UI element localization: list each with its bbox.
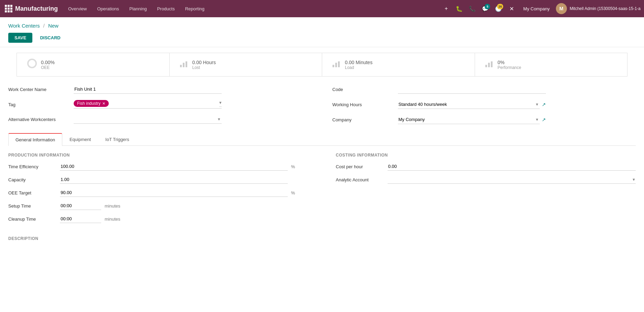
tag-dropdown-arrow: ▾ [219, 100, 222, 107]
alternative-workcenters-dropdown[interactable] [74, 115, 222, 123]
tab-columns: Production Information Time Efficiency %… [8, 153, 636, 228]
cost-per-hour-label: Cost per hour [336, 164, 384, 169]
form-columns: Work Center Name Tag Fish industry ✕ [8, 85, 636, 130]
save-button[interactable]: SAVE [8, 33, 32, 43]
breadcrumb: Work Centers / New [8, 23, 636, 29]
stat-load[interactable]: 0.00 Minutes Load [322, 53, 475, 76]
top-navigation: Manufacturing Overview Operations Planni… [0, 0, 644, 17]
discard-button[interactable]: DISCARD [35, 33, 65, 43]
working-hours-row: Working Hours Standard 40 hours/week ▾ ↗ [332, 100, 636, 109]
alternative-workcenters-select[interactable]: ▾ [74, 115, 222, 124]
app-logo[interactable]: Manufacturing [3, 5, 62, 12]
code-input[interactable] [398, 85, 546, 94]
stat-lost[interactable]: 0.00 Hours Lost [170, 53, 323, 76]
stat-performance[interactable]: 0% Performance [475, 53, 627, 76]
svg-rect-7 [338, 61, 340, 67]
tab-content-general: Production Information Time Efficiency %… [0, 146, 644, 253]
breadcrumb-parent[interactable]: Work Centers [8, 23, 40, 29]
lost-label: Lost [192, 65, 216, 70]
cleanup-time-label: Cleanup Time [8, 217, 56, 222]
svg-rect-8 [485, 65, 487, 67]
tag-field[interactable]: Fish industry ✕ ▾ [74, 100, 222, 109]
app-title: Manufacturing [15, 5, 58, 12]
work-center-name-input[interactable] [74, 85, 222, 94]
menu-reporting[interactable]: Reporting [180, 4, 209, 13]
lost-chart-icon [179, 59, 189, 70]
production-section-label: Production Information [8, 153, 308, 158]
form-left-col: Work Center Name Tag Fish industry ✕ [8, 85, 312, 130]
alternative-workcenters-row: Alternative Workcenters ▾ [8, 115, 312, 124]
svg-rect-10 [491, 61, 493, 67]
menu-products[interactable]: Products [152, 4, 179, 13]
load-chart-icon [332, 59, 341, 70]
menu-operations[interactable]: Operations [92, 4, 124, 13]
setup-time-input[interactable] [60, 202, 101, 210]
cleanup-time-unit: minutes [105, 217, 122, 222]
svg-point-0 [28, 59, 36, 68]
lost-value: 0.00 Hours [192, 60, 216, 65]
menu-overview[interactable]: Overview [63, 4, 92, 13]
cleanup-time-input[interactable] [60, 215, 101, 223]
cost-per-hour-input[interactable] [388, 162, 636, 171]
svg-rect-9 [488, 63, 490, 67]
company-row: Company My Company ▾ ↗ [332, 115, 636, 124]
main-form: Work Center Name Tag Fish industry ✕ [0, 77, 644, 130]
production-col: Production Information Time Efficiency %… [8, 153, 308, 228]
tab-general-information[interactable]: General Information [8, 133, 62, 146]
svg-rect-4 [186, 61, 187, 67]
working-hours-external-link[interactable]: ↗ [542, 102, 546, 107]
time-efficiency-label: Time Efficiency [8, 164, 56, 169]
tag-text: Fish industry [77, 101, 101, 106]
debug-icon[interactable]: 🐛 [454, 3, 465, 14]
company-name: My Company [519, 6, 554, 11]
stat-oee[interactable]: 0.00% OEE [17, 53, 170, 76]
working-hours-select[interactable]: Standard 40 hours/week ▾ [398, 100, 540, 109]
activity-button[interactable]: 🕐 26 [493, 3, 504, 14]
tag-remove-icon[interactable]: ✕ [102, 101, 105, 106]
capacity-input[interactable] [60, 175, 288, 184]
company-external-link[interactable]: ↗ [542, 117, 546, 122]
performance-label: Performance [498, 65, 521, 70]
analytic-account-dropdown[interactable] [388, 175, 636, 183]
tag-row: Tag Fish industry ✕ ▾ [8, 100, 312, 109]
company-label: Company [332, 115, 391, 122]
capacity-row: Capacity [8, 175, 308, 184]
analytic-account-select[interactable]: ▾ [388, 175, 636, 184]
form-right-col: Code Working Hours Standard 40 hours/wee… [332, 85, 636, 130]
chat-button[interactable]: 💬 5 [480, 3, 491, 14]
svg-rect-2 [180, 65, 182, 67]
costing-col: Costing Information Cost per hour Analyt… [336, 153, 636, 228]
working-hours-dropdown[interactable]: Standard 40 hours/week [398, 100, 540, 109]
breadcrumb-current: New [48, 23, 59, 29]
user-menu[interactable]: M Mitchell Admin (15300504-saas-15-1-a [556, 3, 641, 14]
oee-target-label: OEE Target [8, 190, 56, 195]
description-section: Description [8, 236, 636, 241]
company-dropdown[interactable]: My Company [398, 115, 540, 124]
add-button[interactable]: + [441, 3, 452, 14]
time-efficiency-unit: % [291, 164, 308, 169]
setup-time-unit: minutes [105, 203, 122, 209]
page-content: Work Centers / New SAVE DISCARD 0.00% OE… [0, 17, 644, 312]
chat-badge: 5 [485, 4, 490, 9]
svg-rect-6 [335, 63, 337, 67]
company-select[interactable]: My Company ▾ [398, 115, 540, 124]
fish-industry-tag[interactable]: Fish industry ✕ [74, 100, 109, 107]
tab-iot-triggers[interactable]: IoT Triggers [98, 133, 136, 146]
svg-rect-3 [183, 63, 184, 67]
menu-planning[interactable]: Planning [125, 4, 152, 13]
time-efficiency-row: Time Efficiency % [8, 162, 308, 171]
time-efficiency-input[interactable] [60, 162, 288, 171]
tab-equipment[interactable]: Equipment [62, 133, 98, 146]
grid-icon [5, 5, 12, 12]
oee-target-input[interactable] [60, 189, 288, 197]
oee-value: 0.00% [41, 60, 55, 65]
performance-chart-icon [485, 59, 494, 70]
costing-section-label: Costing Information [336, 153, 636, 158]
capacity-label: Capacity [8, 177, 56, 182]
work-center-name-label: Work Center Name [8, 85, 67, 92]
close-icon[interactable]: ✕ [506, 3, 517, 14]
top-actions: + 🐛 📞 💬 5 🕐 26 ✕ My Company M Mitchell A… [441, 3, 641, 14]
stats-bar: 0.00% OEE 0.00 Hours Lost [17, 53, 627, 77]
phone-icon[interactable]: 📞 [467, 3, 478, 14]
alternative-workcenters-label: Alternative Workcenters [8, 115, 67, 122]
